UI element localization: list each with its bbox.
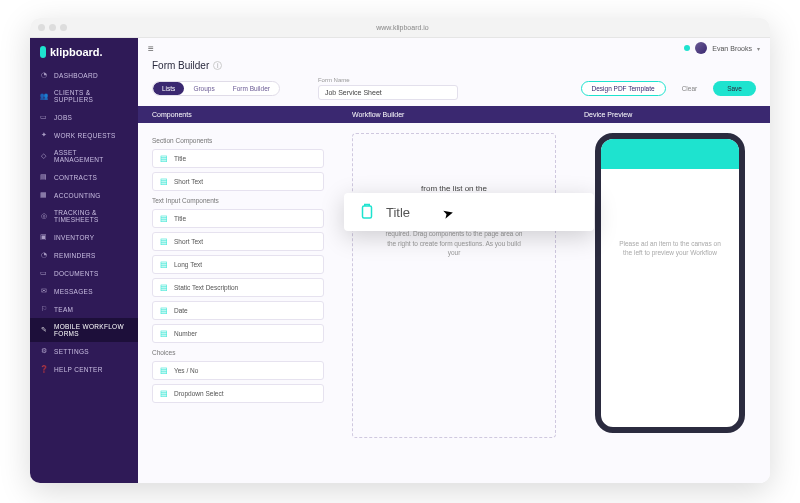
tab-groups[interactable]: Groups	[184, 82, 223, 95]
sidebar-nav: ◔DASHBOARD 👥CLIENTS & SUPPLIERS ▭JOBS ✦W…	[30, 66, 138, 378]
sidebar-item-settings[interactable]: ⚙SETTINGS	[30, 342, 138, 360]
sidebar-item-contracts[interactable]: ▤CONTRACTS	[30, 168, 138, 186]
components-panel: Section Components ▤Title ▤Short Text Te…	[138, 123, 338, 483]
topbar: ≡ Evan Brooks ▾	[138, 38, 770, 58]
sidebar: klipboard. ◔DASHBOARD 👥CLIENTS & SUPPLIE…	[30, 38, 138, 483]
brand-name: klipboard.	[50, 46, 103, 58]
brand-logo-icon	[40, 46, 46, 58]
window-controls[interactable]	[38, 24, 67, 31]
workflow-dropzone[interactable]: from the list on the left to build or ed…	[352, 133, 556, 438]
device-statusbar	[601, 139, 739, 169]
sidebar-item-help[interactable]: ❓HELP CENTER	[30, 360, 138, 378]
address-bar[interactable]: www.klipboard.io	[67, 24, 738, 31]
sidebar-item-tracking[interactable]: ◎TRACKING & TIMESHEETS	[30, 204, 138, 228]
wrench-icon: ✦	[40, 131, 48, 139]
team-icon: ⚐	[40, 305, 48, 313]
user-menu[interactable]: Evan Brooks ▾	[684, 42, 760, 54]
group-textinput-label: Text Input Components	[152, 197, 324, 204]
pencil-icon: ✎	[40, 326, 48, 334]
menu-toggle-icon[interactable]: ≡	[148, 43, 154, 54]
clipboard-icon: ▤	[159, 283, 168, 292]
user-name: Evan Brooks	[712, 45, 752, 52]
file-icon: ▤	[40, 173, 48, 181]
sidebar-item-inventory[interactable]: ▣INVENTORY	[30, 228, 138, 246]
sidebar-item-dashboard[interactable]: ◔DASHBOARD	[30, 66, 138, 84]
save-button[interactable]: Save	[713, 81, 756, 96]
clipboard-icon: ▤	[159, 214, 168, 223]
component-short-text[interactable]: ▤Short Text	[152, 172, 324, 191]
map-pin-icon: ◎	[40, 212, 48, 220]
sidebar-item-reminders[interactable]: ◔REMINDERS	[30, 246, 138, 264]
clipboard-icon: ▤	[159, 366, 168, 375]
page-title: Form Builder i	[152, 60, 756, 71]
component-ti-date[interactable]: ▤Date	[152, 301, 324, 320]
builder-tabs: Lists Groups Form Builder	[152, 81, 280, 96]
status-indicator-icon	[684, 45, 690, 51]
calculator-icon: ▦	[40, 191, 48, 199]
col-header-device: Device Preview	[570, 106, 770, 123]
clipboard-icon: ▤	[159, 154, 168, 163]
component-ti-short-text[interactable]: ▤Short Text	[152, 232, 324, 251]
browser-window: www.klipboard.io klipboard. ◔DASHBOARD 👥…	[30, 18, 770, 483]
sidebar-item-clients[interactable]: 👥CLIENTS & SUPPLIERS	[30, 84, 138, 108]
workflow-builder-panel: from the list on the left to build or ed…	[338, 123, 570, 483]
sidebar-item-work-requests[interactable]: ✦WORK REQUESTS	[30, 126, 138, 144]
info-icon[interactable]: i	[213, 61, 222, 70]
component-yes-no[interactable]: ▤Yes / No	[152, 361, 324, 380]
dragging-component-label: Title	[386, 205, 410, 220]
clipboard-icon: ▤	[159, 177, 168, 186]
page-header: Form Builder i Lists Groups Form Builder…	[138, 58, 770, 106]
dragging-component-card[interactable]: Title	[344, 193, 594, 231]
tab-lists[interactable]: Lists	[153, 82, 184, 95]
box-icon: ▣	[40, 233, 48, 241]
clipboard-icon: ▤	[159, 329, 168, 338]
column-headers: Components Workflow Builder Device Previ…	[138, 106, 770, 123]
component-title[interactable]: ▤Title	[152, 149, 324, 168]
group-choices-label: Choices	[152, 349, 324, 356]
tab-form-builder[interactable]: Form Builder	[224, 82, 279, 95]
cube-icon: ◇	[40, 152, 48, 160]
component-ti-title[interactable]: ▤Title	[152, 209, 324, 228]
gauge-icon: ◔	[40, 71, 48, 79]
component-dropdown-select[interactable]: ▤Dropdown Select	[152, 384, 324, 403]
sidebar-item-mobile-workflow-forms[interactable]: ✎MOBILE WORKFLOW FORMS	[30, 318, 138, 342]
component-ti-number[interactable]: ▤Number	[152, 324, 324, 343]
clipboard-icon: ▤	[159, 260, 168, 269]
users-icon: 👥	[40, 92, 48, 100]
sidebar-item-accounting[interactable]: ▦ACCOUNTING	[30, 186, 138, 204]
clipboard-icon: ▤	[159, 306, 168, 315]
help-icon: ❓	[40, 365, 48, 373]
sidebar-item-jobs[interactable]: ▭JOBS	[30, 108, 138, 126]
workspace: Section Components ▤Title ▤Short Text Te…	[138, 123, 770, 483]
col-header-workflow: Workflow Builder	[338, 106, 570, 123]
sidebar-item-documents[interactable]: ▭DOCUMENTS	[30, 264, 138, 282]
briefcase-icon: ▭	[40, 113, 48, 121]
clipboard-icon: ▤	[159, 389, 168, 398]
clipboard-icon: ▤	[159, 237, 168, 246]
device-frame: Please ad an item to the canvas on the l…	[595, 133, 745, 433]
sidebar-item-messages[interactable]: ✉MESSAGES	[30, 282, 138, 300]
chat-icon: ✉	[40, 287, 48, 295]
gear-icon: ⚙	[40, 347, 48, 355]
sidebar-item-team[interactable]: ⚐TEAM	[30, 300, 138, 318]
component-ti-long-text[interactable]: ▤Long Text	[152, 255, 324, 274]
device-preview-panel: Please ad an item to the canvas on the l…	[570, 123, 770, 483]
document-icon: ▭	[40, 269, 48, 277]
browser-titlebar: www.klipboard.io	[30, 18, 770, 38]
form-name-label: Form Name	[318, 77, 458, 83]
chevron-down-icon: ▾	[757, 45, 760, 52]
svg-rect-0	[363, 206, 372, 218]
component-ti-static-desc[interactable]: ▤Static Text Description	[152, 278, 324, 297]
col-header-components: Components	[138, 106, 338, 123]
close-dot[interactable]	[38, 24, 45, 31]
clear-button[interactable]: Clear	[672, 81, 708, 96]
device-placeholder-text: Please ad an item to the canvas on the l…	[601, 169, 739, 257]
form-name-input[interactable]	[318, 85, 458, 100]
sidebar-item-assets[interactable]: ◇ASSET MANAGEMENT	[30, 144, 138, 168]
brand[interactable]: klipboard.	[30, 38, 138, 66]
design-pdf-button[interactable]: Design PDF Template	[581, 81, 666, 96]
clipboard-icon	[358, 203, 376, 221]
minimize-dot[interactable]	[49, 24, 56, 31]
bell-icon: ◔	[40, 251, 48, 259]
zoom-dot[interactable]	[60, 24, 67, 31]
